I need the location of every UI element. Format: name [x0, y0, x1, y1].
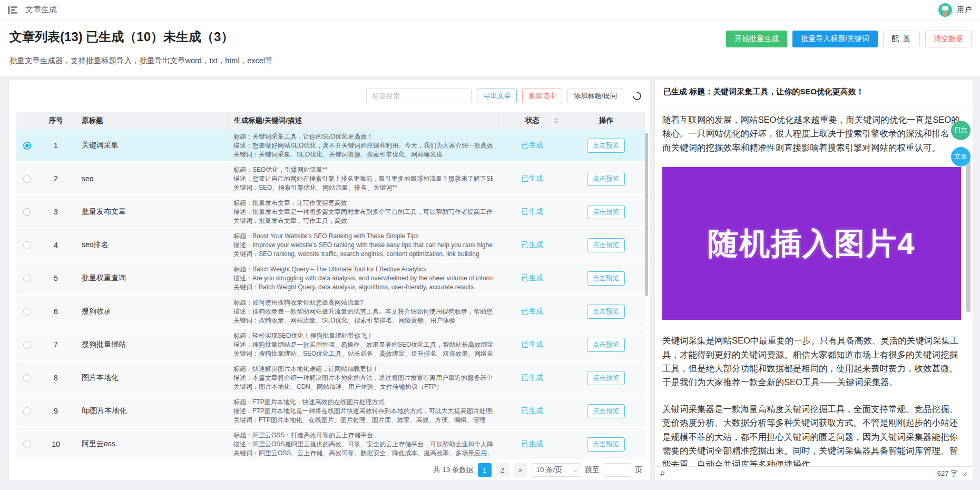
gen-keywords-label: 关键词： [233, 151, 259, 158]
row-preview-button[interactable]: 点击预览 [587, 271, 625, 286]
row-index: 7 [37, 340, 74, 349]
gen-title: 批量发布文章：让写作变得更高效 [252, 199, 347, 207]
gen-title-label: 标题： [233, 299, 252, 306]
table-scrollbar[interactable] [645, 133, 648, 296]
row-original-title: 批量权重查询 [74, 273, 227, 283]
page-size-value: 10 条/页 [536, 465, 563, 475]
menu-collapse-icon[interactable] [8, 6, 18, 14]
preview-title: 已生成 标题：关键词采集工具，让你的SEO优化更高效！ [655, 80, 973, 104]
table-row[interactable]: 4 seo排名 标题：Boost Your Website's SEO Rank… [16, 229, 645, 262]
gen-keywords-label: 关键词： [233, 416, 259, 424]
gen-title-label: 标题： [233, 266, 252, 273]
gen-keywords-label: 关键词： [233, 184, 259, 191]
row-preview-button[interactable]: 点击预览 [587, 172, 625, 186]
gen-desc-label: 描述： [233, 407, 252, 415]
row-status: 已生成 [521, 240, 543, 249]
gen-title: 轻松实现SEO优化！搜狗批量绑站带你飞！ [252, 332, 373, 339]
page-header: 文章列表(13) 已生成（10）未生成（3） 批量文章生成器，支持批量标题导入，… [0, 20, 980, 76]
row-radio[interactable] [23, 208, 31, 216]
batch-import-button[interactable]: 批量导入标题/关键词 [792, 31, 878, 47]
gen-keywords-label: 关键词： [233, 250, 259, 258]
row-status: 已生成 [521, 406, 543, 415]
preview-scrollbar[interactable] [966, 159, 971, 312]
table-row[interactable]: 9 ftp图片本地化 标题：FTP图片本地化：快速高效的在线图片处理方式 描述：… [16, 395, 645, 428]
row-original-title: 图片本地化 [74, 373, 227, 383]
article-float-button[interactable]: 文章 [951, 147, 971, 166]
row-preview-button[interactable]: 点击预览 [587, 205, 625, 219]
col-status: 状态 [525, 116, 540, 125]
row-radio[interactable] [23, 440, 31, 448]
user-label[interactable]: 用户 [957, 5, 972, 15]
page-size-select[interactable]: 10 条/页 [532, 463, 581, 477]
export-articles-button[interactable]: 导出文章 [477, 89, 517, 103]
table-row[interactable]: 6 搜狗收录 标题：如何使用搜狗收录帮助您提高网站流量? 描述：搜狗收录是一款帮… [16, 296, 645, 329]
gen-desc: 想要做好网站SEO优化，离不开关键词的挖掘和利用。今天，我们为大家介绍一款高效、… [252, 142, 493, 149]
gen-keywords-label: 关键词： [233, 449, 259, 457]
table-row[interactable]: 5 批量权重查询 标题：Batch Weight Query – The Ult… [16, 262, 645, 296]
row-preview-button[interactable]: 点击预览 [587, 437, 625, 452]
row-radio[interactable] [23, 374, 31, 382]
log-float-button[interactable]: 日志 [951, 121, 971, 140]
gen-title: 快速解决图片本地化难题，让网站加载更快！ [252, 365, 379, 373]
gen-desc: 本篇文章将介绍一种解决图片本地化的方法，通过将图片放置在离用户最近的服务器中，让 [252, 374, 493, 381]
gen-title: 如何使用搜狗收录帮助您提高网站流量? [252, 299, 364, 306]
gen-title: Boost Your Website's SEO Ranking with Th… [252, 232, 418, 240]
next-page-button[interactable]: > [514, 463, 527, 477]
row-radio[interactable] [23, 241, 31, 249]
row-preview-button[interactable]: 点击预览 [587, 404, 625, 418]
gen-desc-label: 描述： [233, 341, 252, 348]
table-row[interactable]: 2 seo 标题：SEO优化，引爆网站流量** 描述：想要让自己的网站在搜索引擎… [16, 163, 645, 196]
row-radio[interactable] [23, 341, 31, 349]
user-avatar[interactable] [938, 3, 952, 17]
start-batch-generate-button[interactable]: 开始批量生成 [726, 31, 787, 47]
config-button[interactable]: 配 置 [883, 31, 920, 47]
gen-title-label: 标题： [233, 166, 252, 173]
gen-title: FTP图片本地化：快速高效的在线图片处理方式 [252, 398, 385, 406]
row-status: 已生成 [521, 307, 543, 315]
gen-title-label: 标题： [233, 432, 252, 439]
preview-paragraph: 关键词采集是网站SEO中最重要的一步。只有具备高效、灵活的关键词采集工具，才能得… [662, 334, 961, 389]
jump-label: 跳至 [585, 465, 600, 475]
row-radio[interactable] [23, 308, 31, 316]
row-radio[interactable] [23, 175, 31, 183]
row-preview-button[interactable]: 点击预览 [587, 338, 625, 352]
resize-grip-icon[interactable] [962, 471, 967, 477]
row-preview-button[interactable]: 点击预览 [587, 305, 625, 319]
row-original-title: 阿里云oss [74, 439, 227, 449]
row-preview-button[interactable]: 点击预览 [587, 371, 625, 385]
search-input[interactable] [366, 89, 472, 103]
table-row[interactable]: 1 关键词采集 标题：关键词采集工具，让你的SEO优化更高效！ 描述：想要做好网… [16, 130, 645, 163]
article-table: 序号 原标题 生成标题/关键词/描述 状态 操作 1 关键词采集 标题：关键词采… [16, 112, 645, 467]
table-row[interactable]: 7 搜狗批量绑站 标题：轻松实现SEO优化！搜狗批量绑站带你飞！ 描述：搜狗批量… [16, 329, 645, 362]
gen-desc: 搜狗批量绑站是一款实用性强、易操作、效果显著的SEO优化工具，帮助站长高效绑定站… [252, 341, 493, 348]
gen-keywords-label: 关键词： [233, 350, 259, 357]
add-title-button[interactable]: 添加标题/提问 [567, 89, 623, 103]
app-title: 文章生成 [25, 5, 57, 15]
page-button-1[interactable]: 1 [478, 463, 492, 477]
clear-data-button[interactable]: 清空数据 [925, 31, 972, 47]
sort-icon[interactable] [554, 117, 558, 124]
gen-title-label: 标题： [233, 398, 252, 406]
row-radio[interactable] [23, 407, 31, 415]
row-status: 已生成 [521, 340, 543, 348]
row-preview-button[interactable]: 点击预览 [587, 238, 625, 252]
gen-keywords: 图片本地化、CDN、网站加速、用户体验、文件传输协议（FTP） [259, 383, 443, 390]
table-row[interactable]: 3 批量发布文章 标题：批量发布文章：让写作变得更高效 描述：批量发布文章是一种… [16, 196, 645, 229]
page-button-2[interactable]: 2 [496, 463, 509, 477]
delete-selected-button[interactable]: 删除选中 [522, 89, 562, 103]
row-original-title: 搜狗收录 [74, 307, 227, 316]
row-radio[interactable] [23, 142, 31, 150]
jump-page-input[interactable] [604, 463, 631, 477]
row-index: 10 [37, 440, 74, 448]
refresh-icon[interactable] [631, 90, 643, 102]
preview-content[interactable]: 随着互联网的发展，网站SEO优化越来越重要，而关键词的优化一直是SEO的核心。一… [655, 104, 973, 466]
gen-keywords: SEO、搜索引擎优化、网站流量、排名、关键词** [259, 184, 397, 191]
table-row[interactable]: 8 图片本地化 标题：快速解决图片本地化难题，让网站加载更快！ 描述：本篇文章将… [16, 362, 645, 395]
table-row[interactable]: 10 阿里云oss 标题：阿里云OSS：打造高效可靠的云上存储平台 描述：阿里云… [16, 428, 645, 462]
table-header: 序号 原标题 生成标题/关键词/描述 状态 操作 [16, 112, 645, 130]
gen-desc-label: 描述： [233, 175, 252, 182]
row-radio[interactable] [23, 275, 31, 282]
row-preview-button[interactable]: 点击预览 [587, 139, 625, 153]
top-navbar: 文章生成 用户 [0, 0, 980, 20]
gen-desc-label: 描述： [233, 208, 252, 215]
